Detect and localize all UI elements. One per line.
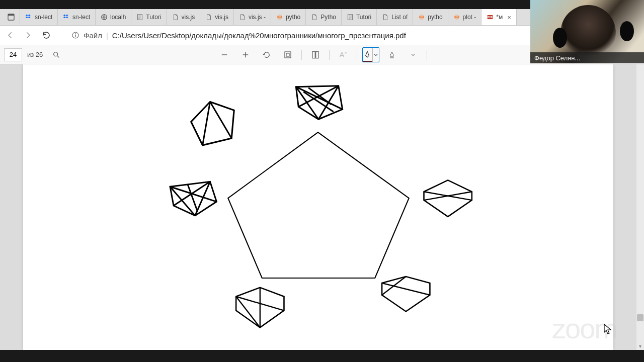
app-menu-icon[interactable] <box>2 10 20 24</box>
tab-label: localh <box>110 14 126 21</box>
marker-icon[interactable] <box>363 48 372 62</box>
tab-label: pytho <box>428 14 442 21</box>
url-path: C:/Users/User/Desktop/доклады/доклад%20м… <box>112 31 406 40</box>
reload-button[interactable] <box>40 29 52 41</box>
browser-tab[interactable]: vis.js <box>200 9 234 25</box>
participant-name-label: Федор Селян... <box>530 52 644 63</box>
browser-tab[interactable]: vis.js - <box>234 9 271 25</box>
participant-video: Федор Селян... <box>530 0 644 63</box>
browser-tab[interactable]: sn-lect <box>20 9 58 25</box>
svg-rect-32 <box>316 51 318 58</box>
vertical-scrollbar[interactable]: ▾ <box>636 64 644 350</box>
site-info-icon[interactable] <box>71 31 79 39</box>
svg-rect-1 <box>8 14 14 16</box>
tab-label: vis.js - <box>249 14 266 21</box>
window-bottom-bar <box>0 350 644 362</box>
page-view-button[interactable] <box>307 47 324 62</box>
svg-text:PDF: PDF <box>488 16 493 19</box>
zoom-out-button[interactable] <box>216 47 233 62</box>
svg-line-25 <box>57 56 59 57</box>
find-icon[interactable] <box>48 47 65 62</box>
tab-label: sn-lect <box>72 14 90 21</box>
marker-dropdown[interactable] <box>372 48 379 62</box>
svg-rect-31 <box>312 51 315 58</box>
browser-tab[interactable]: Pytho <box>306 9 342 25</box>
browser-tab[interactable]: localh <box>96 9 131 25</box>
read-aloud-button[interactable]: A» <box>335 47 352 62</box>
tab-label: Tutori <box>146 14 161 21</box>
svg-rect-30 <box>286 53 289 56</box>
svg-rect-18 <box>75 33 75 34</box>
browser-tab[interactable]: sn-lect <box>58 9 96 25</box>
url-proto-label: Файл <box>84 31 102 40</box>
browser-tab[interactable]: PDF*м× <box>481 9 517 25</box>
svg-rect-29 <box>285 52 291 58</box>
browser-tab[interactable]: pytho <box>271 9 306 25</box>
url-box[interactable]: Файл | C:/Users/User/Desktop/доклады/док… <box>71 31 590 40</box>
pdf-viewport[interactable] <box>0 64 636 350</box>
pdf-page <box>23 64 613 350</box>
browser-tab[interactable]: List of <box>377 9 413 25</box>
svg-point-24 <box>54 52 58 56</box>
tab-label: Pytho <box>320 14 336 21</box>
tab-label: plot - <box>463 14 476 21</box>
browser-tab[interactable]: vis.js <box>167 9 201 25</box>
tab-label: Tutori <box>356 14 371 21</box>
browser-tab[interactable]: Tutori <box>131 9 167 25</box>
svg-rect-17 <box>75 35 75 37</box>
forward-button[interactable] <box>22 29 34 41</box>
page-count-label: из 26 <box>27 51 43 58</box>
back-button[interactable] <box>4 29 16 41</box>
document-figure <box>23 64 613 350</box>
scrollbar-thumb[interactable] <box>637 314 643 321</box>
tab-label: *м <box>496 14 503 21</box>
highlight-dropdown[interactable] <box>405 47 422 62</box>
rotate-button[interactable] <box>258 47 275 62</box>
page-number-input[interactable] <box>4 48 22 61</box>
zoom-watermark: zoom <box>552 312 617 345</box>
highlight-tool[interactable] <box>383 47 400 62</box>
fit-page-button[interactable] <box>279 47 296 62</box>
svg-line-38 <box>236 297 260 328</box>
tab-label: sn-lect <box>35 14 52 21</box>
tab-label: List of <box>391 14 408 21</box>
browser-tab[interactable]: plot - <box>448 9 482 25</box>
scrollbar-down-arrow[interactable]: ▾ <box>636 342 644 350</box>
tab-label: pytho <box>286 14 300 21</box>
zoom-in-button[interactable] <box>237 47 254 62</box>
browser-tab[interactable]: pytho <box>413 9 448 25</box>
tab-label: vis.js <box>215 14 228 21</box>
draw-tool[interactable] <box>362 47 379 62</box>
close-icon[interactable]: × <box>507 14 511 21</box>
tab-label: vis.js <box>182 14 195 21</box>
browser-tab[interactable]: Tutori <box>342 9 377 25</box>
